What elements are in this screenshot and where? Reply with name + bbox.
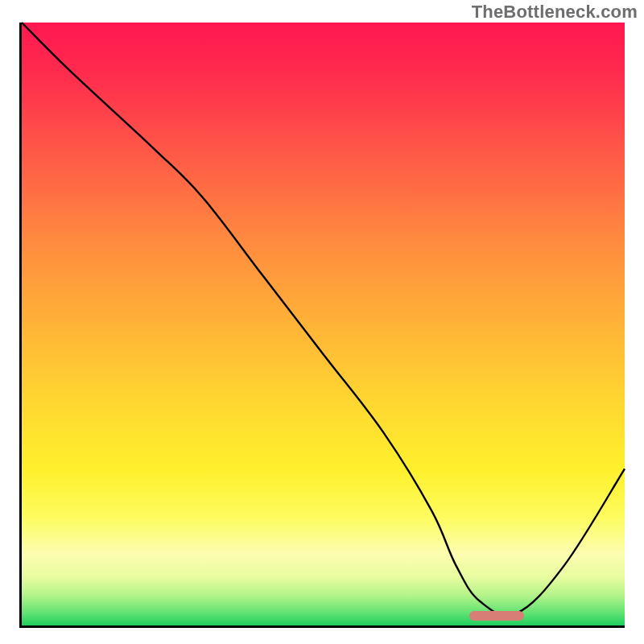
curve-path — [22, 23, 625, 616]
plot-area — [19, 23, 625, 628]
watermark-text: TheBottleneck.com — [472, 2, 638, 23]
chart-container: TheBottleneck.com — [0, 0, 644, 644]
optimal-range-marker — [469, 611, 524, 621]
bottleneck-curve — [22, 23, 625, 625]
